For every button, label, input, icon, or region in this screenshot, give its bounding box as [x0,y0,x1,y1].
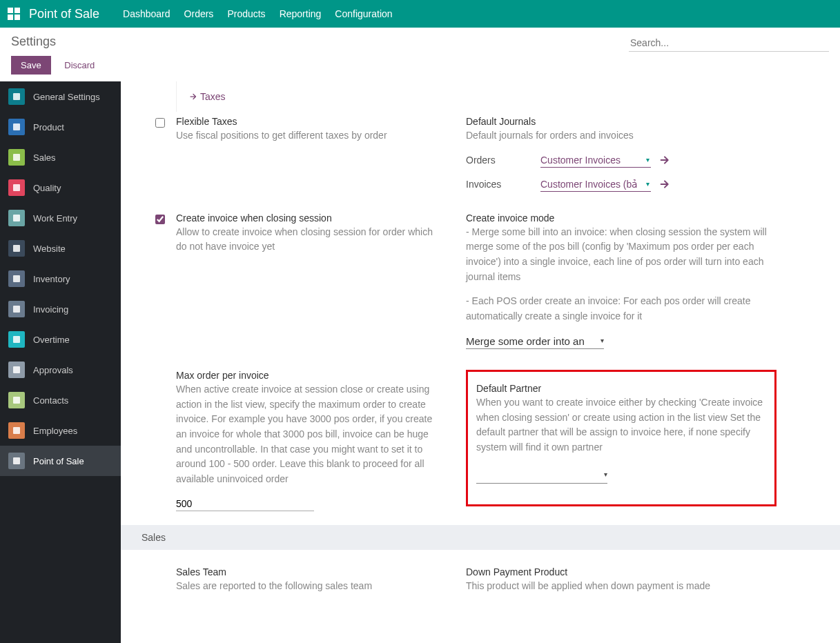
create-invoice-desc: Allow to create invoice when closing ses… [176,225,445,255]
taxes-link[interactable]: Taxes [177,81,226,112]
content-area: Taxes Flexible Taxes Use fiscal position… [121,81,840,643]
breadcrumb: Settings [11,34,56,49]
nav-orders[interactable]: Orders [177,8,221,19]
sidebar-item-label: Employees [33,426,77,436]
arrow-right-icon [189,92,197,101]
orders-journal-input[interactable] [540,153,651,168]
svg-rect-12 [13,336,20,343]
svg-rect-2 [8,14,13,20]
create-invoice-checkbox[interactable] [155,215,165,224]
down-payment-desc: This product will be applied when down p… [466,579,776,594]
sidebar-icon [8,362,25,378]
sales-team-title: Sales Team [176,566,445,577]
sidebar-icon [8,392,25,408]
sidebar-item-contacts[interactable]: Contacts [0,385,121,415]
orders-external-link-icon[interactable] [659,155,670,166]
svg-rect-3 [14,14,20,20]
sidebar-item-website[interactable]: Website [0,233,121,264]
topbar: Point of Sale Dashboard Orders Products … [0,0,840,28]
max-order-input[interactable] [176,497,314,511]
default-journals-desc: Default journals for orders and invoices [466,128,776,144]
sidebar-item-label: Approvals [33,365,73,375]
caret-down-icon[interactable]: ▾ [600,337,604,344]
invoices-journal-input[interactable] [540,177,651,192]
sidebar-item-label: Sales [33,152,56,163]
sidebar-item-label: General Settings [33,92,100,102]
svg-rect-7 [13,184,20,191]
nav-configuration[interactable]: Configuration [328,8,399,19]
svg-rect-13 [13,366,20,373]
svg-rect-6 [13,154,20,161]
invoices-external-link-icon[interactable] [659,179,670,190]
sidebar-item-work-entry[interactable]: Work Entry [0,203,121,233]
caret-down-icon[interactable]: ▾ [646,156,649,164]
nav-dashboard[interactable]: Dashboard [116,8,177,19]
default-partner-input[interactable] [476,469,607,484]
sidebar-icon [8,270,25,287]
header-row: Settings [0,28,840,52]
flexible-taxes-desc: Use fiscal positions to get different ta… [176,128,445,144]
sidebar-icon [8,210,25,226]
caret-down-icon[interactable]: ▾ [604,471,607,478]
sidebar-item-inventory[interactable]: Inventory [0,264,121,294]
sidebar-icon [8,331,25,348]
sidebar-item-invoicing[interactable]: Invoicing [0,294,121,324]
discard-button[interactable]: Discard [57,56,101,75]
sidebar-icon [8,179,25,196]
nav-reporting[interactable]: Reporting [273,8,329,19]
apps-icon[interactable] [6,6,22,22]
invoice-mode-desc2: - Each POS order create an invoice: For … [466,294,776,324]
svg-rect-9 [13,245,20,252]
sidebar-item-label: Inventory [33,274,70,284]
sidebar-item-general-settings[interactable]: General Settings [0,81,121,112]
invoice-mode-desc1: - Merge some bill into an invoice: when … [466,225,776,285]
sidebar-item-label: Work Entry [33,213,77,224]
sidebar-item-employees[interactable]: Employees [0,415,121,446]
sidebar-item-quality[interactable]: Quality [0,172,121,203]
save-button[interactable]: Save [11,56,51,75]
svg-rect-15 [13,427,20,434]
invoice-mode-select[interactable] [466,334,604,349]
invoices-label: Invoices [466,179,535,190]
create-invoice-title: Create invoice when closing session [176,212,445,224]
sidebar-item-label: Quality [33,183,61,193]
search-input[interactable] [629,34,829,52]
invoice-mode-title: Create invoice mode [466,212,776,224]
sidebar-item-label: Website [33,244,66,254]
svg-rect-1 [14,8,20,13]
orders-label: Orders [466,155,535,166]
default-partner-title: Default Partner [476,383,766,394]
sidebar-icon [8,88,25,105]
sidebar-item-sales[interactable]: Sales [0,142,121,172]
sidebar-item-label: Product [33,122,64,132]
action-bar: Save Discard [0,52,840,81]
max-order-title: Max order per invoice [176,370,445,381]
svg-rect-4 [13,93,20,100]
sidebar-item-product[interactable]: Product [0,112,121,142]
sidebar-icon [8,453,25,469]
flexible-taxes-checkbox[interactable] [155,118,165,128]
default-partner-highlight: Default Partner When you want to create … [466,370,776,506]
taxes-link-label: Taxes [200,91,226,102]
sales-team-desc: Sales are reported to the following sale… [176,579,445,594]
sidebar-item-overtime[interactable]: Overtime [0,324,121,355]
sidebar-item-approvals[interactable]: Approvals [0,355,121,385]
nav-products[interactable]: Products [220,8,272,19]
down-payment-title: Down Payment Product [466,566,776,577]
sidebar-icon [8,149,25,166]
svg-rect-16 [13,457,20,464]
svg-rect-8 [13,215,20,221]
sales-section-header: Sales [121,525,840,550]
sidebar-icon [8,422,25,439]
sidebar-icon [8,301,25,317]
svg-rect-11 [13,306,20,313]
max-order-desc: When active create invoice at session cl… [176,382,445,487]
default-journals-title: Default Journals [466,116,776,127]
default-partner-desc: When you want to create invoice either b… [476,395,766,455]
app-title[interactable]: Point of Sale [29,7,99,21]
sidebar-item-point-of-sale[interactable]: Point of Sale [0,446,121,476]
settings-sidebar: General SettingsProductSalesQualityWork … [0,81,121,643]
sidebar-item-label: Contacts [33,395,68,406]
svg-rect-10 [13,275,20,282]
caret-down-icon[interactable]: ▾ [646,180,649,188]
